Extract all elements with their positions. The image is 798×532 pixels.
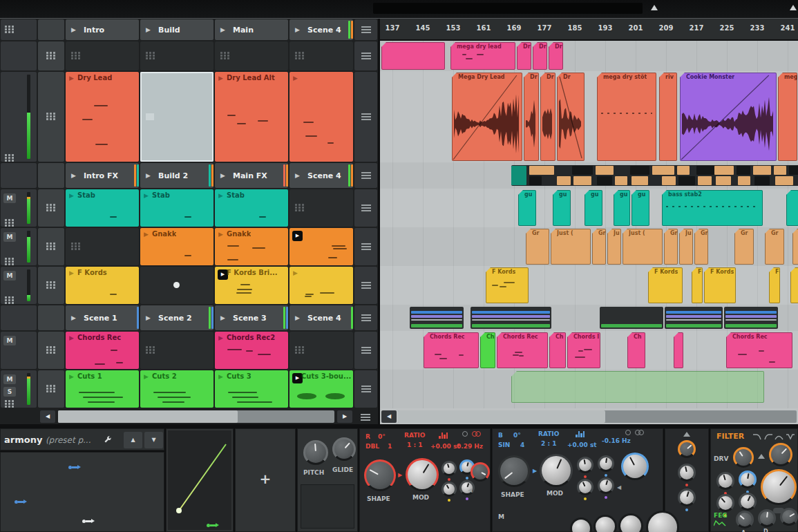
scene-list-cell[interactable] [354,163,377,188]
triangle-icon[interactable] [758,454,765,459]
op-r-freq[interactable]: 0.29 Hz [457,443,483,450]
op-b-wave-count[interactable]: 4 [520,441,524,448]
scene-list-icon[interactable] [361,414,370,415]
launcher-clip[interactable]: ▶Stab [66,189,139,227]
clip-flag-icon[interactable]: ▶ [293,269,298,276]
scrollbar-thumb[interactable] [58,410,238,423]
arranger-clip[interactable]: F+ [769,267,780,303]
arranger-clip[interactable]: Dr [557,73,585,161]
play-icon[interactable]: ▶ [71,26,76,33]
filter-drive-knob[interactable] [733,447,754,468]
group-summary-clip[interactable] [600,307,663,329]
arranger-clip[interactable]: Chords Rec [497,332,548,368]
empty-clip-slot[interactable] [289,189,353,227]
scrollbar-thumb[interactable] [398,410,605,423]
stop-clips-cell[interactable] [38,163,64,188]
op-b-freq[interactable]: -0.16 Hz [602,437,631,444]
op-b-mod4-knob[interactable] [598,477,614,494]
arranger-clip[interactable]: Gr [694,229,708,265]
op-b-shape-knob[interactable] [498,455,530,487]
add-device-slot[interactable]: + [235,428,296,532]
stop-clips-cell[interactable] [38,370,64,408]
pad-grid-icon[interactable] [5,258,7,260]
launcher-clip[interactable]: ▶Stab [140,189,213,227]
op-b-fine[interactable]: +0.00 st [567,441,597,448]
op-r-wave-count[interactable]: 1 [388,443,392,450]
play-icon[interactable]: ▶ [146,172,151,179]
op-r-fine[interactable]: +0.00 st [430,443,460,450]
slot-grid-icon[interactable] [146,52,148,54]
arranger-clip[interactable]: mega dry stöt [597,73,656,161]
scroll-left-button[interactable]: ◀ [381,410,397,423]
mod-route-icon[interactable] [207,523,219,527]
mod-curve-display[interactable] [166,428,234,532]
selected-empty-slot[interactable] [140,72,213,162]
filter-mod1-knob[interactable] [716,472,734,490]
scene-list-cell[interactable] [354,228,377,265]
clip-flag-icon[interactable]: ▶ [69,269,74,276]
launcher-clip[interactable]: ▶Dry Lead [66,72,139,162]
clip-flag-icon[interactable]: ▶ [69,334,74,341]
arranger-clip[interactable]: bass stab2 [662,190,763,226]
launcher-clip[interactable]: ▶Stab [215,189,288,227]
filter-mod2-knob[interactable] [739,471,757,488]
arranger-clip[interactable]: F Kords [648,267,683,303]
arranger-clip[interactable]: Gr [765,229,784,265]
mod-route-icon[interactable] [68,465,81,469]
ghost-clip[interactable] [511,371,764,403]
scroll-left-button[interactable]: ◀ [40,410,55,423]
slot-grid-icon[interactable] [220,52,222,54]
arranger-clip[interactable]: gu [585,190,602,226]
solo-button[interactable]: S [3,387,16,397]
filter-env-knob[interactable] [769,443,792,466]
stop-clips-cell[interactable] [38,41,64,70]
arranger-clip[interactable]: mega [778,73,797,161]
scene-header-intro[interactable]: ▶Intro [66,19,139,40]
clip-flag-icon[interactable]: ▶ [144,192,149,199]
arranger-clip[interactable]: F Kords [704,267,736,303]
slot-grid-icon[interactable] [295,204,297,206]
arranger-clip[interactable] [381,42,445,70]
timeline-ruler[interactable]: 1371451531611691771851932012092172252332… [380,19,798,41]
play-icon[interactable]: ▶ [71,314,76,321]
arranger-clip[interactable]: Gr [592,229,606,265]
filter-notch-icon[interactable] [786,433,795,440]
clip-flag-icon[interactable]: ▶ [218,334,223,341]
op-r-wave-mode[interactable]: DBL [365,443,379,450]
triangle-icon[interactable] [683,432,690,437]
empty-clip-slot[interactable] [140,332,213,369]
feg-decay-knob[interactable] [758,509,776,527]
group-summary-clip[interactable] [410,307,464,329]
stop-clips-cell[interactable] [38,72,64,162]
filter-mod3-knob[interactable] [716,494,734,512]
mono-icon[interactable] [462,431,468,437]
empty-clip-slot[interactable] [289,41,353,70]
group-summary-clip[interactable] [665,307,723,329]
launcher-clip[interactable]: ▶Cuts 2 [140,370,213,408]
launcher-clip[interactable]: ▶Chords Rec2 [215,332,288,369]
op-r-name[interactable]: R [365,433,370,440]
arranger-clip[interactable]: Dr [524,73,539,161]
mono-icon[interactable] [625,430,631,435]
arranger-clip[interactable]: Cookie Monster [680,73,777,161]
op-mute-label[interactable]: M [498,513,504,520]
stop-grid-icon[interactable] [46,243,48,245]
arranger-clip[interactable]: F Kords [486,267,529,303]
launcher-clip[interactable]: ▶Chords Rec [66,332,139,369]
launcher-clip[interactable]: ▶Cuts 3 [215,370,288,408]
mod-route-icon[interactable] [82,519,95,523]
stop-grid-icon[interactable] [46,204,48,206]
scene-header-scene-2[interactable]: ▶Scene 2 [140,305,213,330]
scene-list-cell[interactable] [354,332,377,369]
filter-bandpass-icon[interactable] [775,433,784,440]
arranger-clip[interactable]: Chords Rec [424,332,479,368]
launcher-clip[interactable]: ▶Cuts 1 [66,370,139,408]
op-r-shape-knob[interactable] [364,459,396,491]
empty-clip-slot[interactable] [140,267,213,304]
scene-list-icon[interactable] [361,26,371,28]
op-r-phase[interactable]: 0° [378,433,386,440]
arranger-clip[interactable]: Dr [549,42,563,70]
feg-attack-knob[interactable] [736,511,754,529]
scene-list-icon[interactable] [361,53,371,54]
arranger-clip[interactable]: Ju [679,229,693,265]
